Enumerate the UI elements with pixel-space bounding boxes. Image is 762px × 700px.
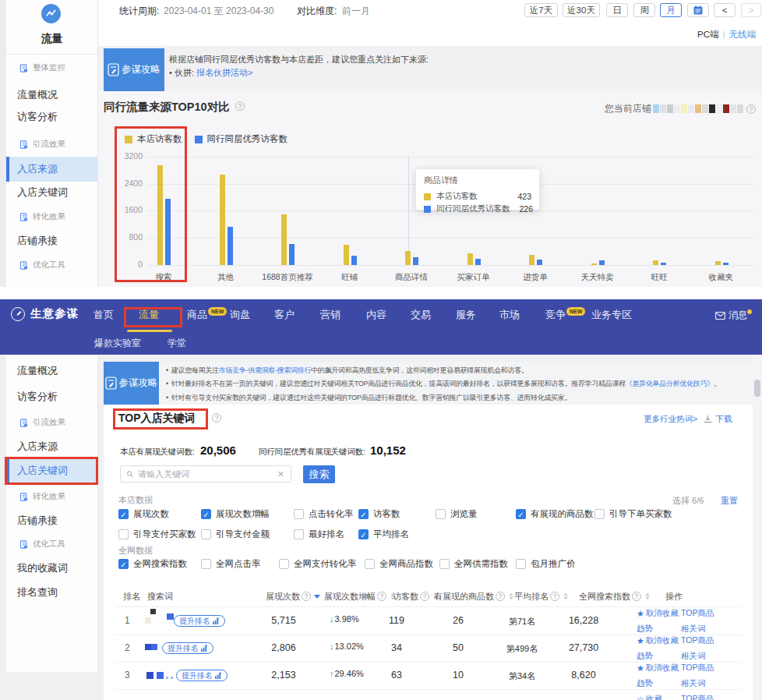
checkbox-引导支付金额[interactable]: 引导支付金额	[201, 529, 270, 539]
next-period-button[interactable]: >	[741, 3, 761, 17]
nav-item-首页[interactable]: 首页	[93, 301, 114, 329]
checkbox-全网点击率[interactable]: 全网点击率	[201, 558, 261, 569]
sidebar-item-访客分析[interactable]: 访客分析	[6, 387, 97, 407]
calendar-button[interactable]	[687, 3, 709, 17]
device-tab-wireless[interactable]: 无线端	[729, 30, 757, 39]
checkbox-全网供需指数[interactable]: 全网供需指数	[439, 558, 508, 569]
bar-买家订单-同行同层优秀访客数[interactable]	[475, 259, 481, 265]
bar-其他-本店访客数[interactable]	[220, 175, 225, 265]
more-hot-words-link[interactable]: 更多行业热词>	[644, 414, 697, 425]
checkbox-展现次数增幅[interactable]: ✓展现次数增幅	[201, 508, 270, 519]
sort-icon-desc[interactable]	[314, 595, 320, 599]
checkbox-展现次数[interactable]: ✓展现次数	[118, 508, 169, 519]
column-header-展现次数[interactable]: 展现次数?	[266, 591, 320, 602]
nav-item-营销[interactable]: 营销	[320, 301, 340, 329]
bar-买家订单-本店访客数[interactable]	[467, 253, 473, 265]
bar-收藏夹-同行同层优秀访客数[interactable]	[723, 263, 728, 265]
bar-天天特卖-同行同层优秀访客数[interactable]	[599, 260, 605, 265]
bar-进货单-本店访客数[interactable]	[529, 255, 534, 265]
sidebar-item-入店来源[interactable]: 入店来源	[6, 157, 97, 182]
sidebar-item-优化工具[interactable]: 优化工具	[6, 255, 97, 275]
nav-item-服务[interactable]: 服务	[456, 301, 476, 329]
clear-icon[interactable]: ✕	[277, 469, 284, 479]
range-button-近30天[interactable]: 近30天	[563, 3, 600, 17]
unfavorite-link[interactable]: ★取消收藏	[637, 663, 679, 673]
column-header-平均排名[interactable]: 平均排名?	[514, 591, 569, 602]
checkbox-平均排名[interactable]: ✓平均排名	[358, 529, 409, 539]
help-icon[interactable]: ?	[746, 104, 756, 114]
nav-item-交易[interactable]: 交易	[411, 301, 431, 329]
nav-item-内容[interactable]: 内容	[366, 301, 386, 329]
bar-商品详情-同行同层优秀访客数[interactable]	[413, 257, 418, 265]
bar-旺旺-本店访客数[interactable]	[653, 260, 658, 265]
range-button-月[interactable]: 月	[660, 3, 682, 17]
boost-rank-button[interactable]: 提升排名	[162, 642, 213, 654]
help-icon[interactable]: ?	[302, 592, 311, 601]
help-icon[interactable]: ?	[212, 413, 221, 422]
sort-icon[interactable]	[509, 593, 513, 599]
reset-link[interactable]: 重置	[721, 495, 738, 507]
nav-item-业务专区[interactable]: 业务专区	[591, 301, 632, 329]
help-icon[interactable]: ?	[632, 592, 641, 601]
bar-收藏夹-本店访客数[interactable]	[715, 261, 721, 265]
checkbox-全网搜索指数[interactable]: ✓全网搜索指数	[118, 558, 187, 569]
bar-进货单-同行同层优秀访客数[interactable]	[537, 260, 542, 265]
messages-button[interactable]: 消息	[715, 309, 747, 322]
bar-天天特卖-本店访客数[interactable]	[591, 263, 597, 265]
nav-item-商品[interactable]: 商品	[187, 301, 207, 329]
sidebar-item-入店来源[interactable]: 入店来源	[6, 437, 97, 457]
huopin-signup-link[interactable]: 报名伙拼活动>	[196, 68, 252, 77]
bar-旺旺-同行同层优秀访客数[interactable]	[661, 263, 666, 265]
keyword-search-input[interactable]: ⚲ 请输入关键词 ✕	[120, 465, 291, 483]
top-products-link[interactable]: TOP商品	[681, 663, 714, 673]
checkbox-包月推广价[interactable]: 包月推广价	[516, 558, 576, 569]
top-products-link[interactable]: TOP商品	[681, 608, 714, 619]
checkbox-全网商品指数[interactable]: 全网商品指数	[365, 558, 433, 569]
sidebar-item-引流效果[interactable]: 引流效果	[6, 134, 97, 154]
trend-link[interactable]: 趋势	[637, 678, 653, 689]
sidebar-item-我的收藏词[interactable]: 我的收藏词	[6, 558, 97, 578]
sidebar-item-流量概况[interactable]: 流量概况	[6, 361, 97, 381]
nav-item-客户[interactable]: 客户	[274, 301, 295, 329]
range-button-日[interactable]: 日	[606, 3, 628, 17]
nav-item-学堂[interactable]: 学堂	[168, 334, 186, 352]
checkbox-引导下单买家数[interactable]: 引导下单买家数	[594, 508, 672, 519]
boost-rank-button[interactable]: 提升排名	[176, 670, 228, 681]
bar-其他-同行同层优秀访客数[interactable]	[228, 227, 233, 265]
sidebar-item-流量概况[interactable]: 流量概况	[6, 85, 97, 105]
nav-item-竞争[interactable]: 竞争	[545, 301, 566, 329]
column-header-全网搜索指数[interactable]: 全网搜索指数?	[579, 591, 651, 602]
column-header-有展现的商品数[interactable]: 有展现的商品数?	[434, 591, 514, 602]
scrollbar-track[interactable]	[753, 355, 762, 700]
unfavorite-link[interactable]: ★取消收藏	[637, 608, 679, 619]
bar-1688首页推荐-同行同层优秀访客数[interactable]	[289, 244, 295, 265]
help-icon[interactable]: ?	[377, 592, 386, 601]
device-tab-pc[interactable]: PC端	[697, 30, 718, 39]
nav-item-询盘[interactable]: 询盘	[230, 301, 250, 329]
checkbox-有展现的商品数[interactable]: ✓有展现的商品数	[516, 508, 594, 519]
sidebar-item-转化效果[interactable]: 转化效果	[6, 207, 97, 227]
top-products-link[interactable]: TOP商品	[681, 635, 714, 646]
checkbox-引导支付买家数[interactable]: 引导支付买家数	[118, 529, 196, 539]
bar-旺铺-本店访客数[interactable]	[344, 245, 349, 265]
sort-icon[interactable]	[645, 593, 650, 599]
bar-1688首页推荐-本店访客数[interactable]	[281, 214, 287, 265]
sidebar-item-店铺承接[interactable]: 店铺承接	[6, 231, 97, 251]
help-icon[interactable]: ?	[550, 592, 559, 601]
help-icon[interactable]: ?	[496, 592, 505, 601]
bar-商品详情-本店访客数[interactable]	[405, 251, 411, 265]
checkbox-访客数[interactable]: ✓访客数	[358, 508, 400, 519]
sidebar-item-优化工具[interactable]: 优化工具	[6, 534, 97, 554]
sort-icon[interactable]	[563, 593, 568, 599]
column-header-访客数[interactable]: 访客数?	[393, 591, 439, 602]
prev-period-button[interactable]: <	[714, 3, 736, 17]
checkbox-点击转化率[interactable]: 点击转化率	[294, 508, 354, 519]
sidebar-item-整体监控[interactable]: 整体监控	[6, 58, 97, 78]
related-words-link[interactable]: 相关词	[681, 678, 706, 689]
related-words-link[interactable]: 相关词	[681, 651, 706, 662]
boost-rank-button[interactable]: 提升排名	[174, 615, 225, 627]
nav-item-市场[interactable]: 市场	[499, 301, 520, 329]
range-button-近7天[interactable]: 近7天	[524, 3, 558, 17]
sidebar-item-转化效果[interactable]: 转化效果	[6, 486, 97, 507]
help-icon[interactable]: ?	[420, 592, 429, 601]
